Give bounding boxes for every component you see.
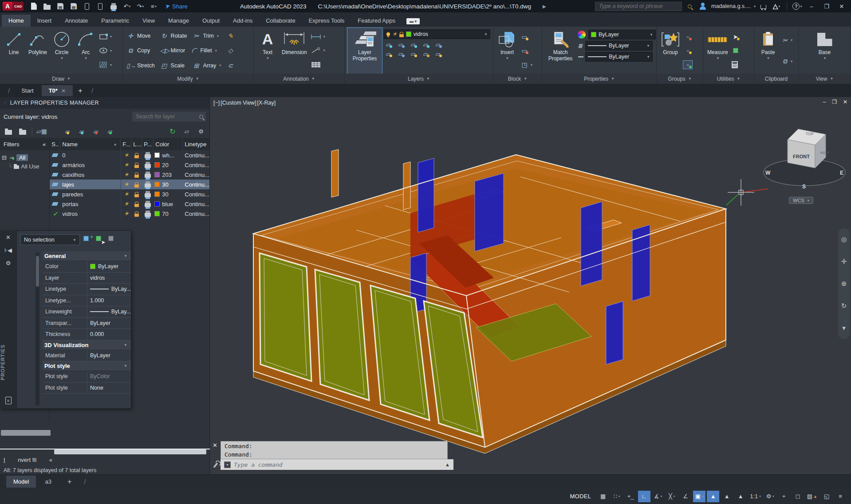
chevron-down-icon[interactable]: ▼ [484,32,488,36]
layer-row-current[interactable]: ✓ vidros ☀ 70 Continu... [50,209,209,219]
quick-calculator-button[interactable] [731,61,740,69]
tab-collaborate[interactable]: Collaborate [259,15,302,27]
chevron-down-icon[interactable]: ▼ [646,44,650,48]
unlock-icon[interactable] [134,175,139,178]
navbar-more-icon[interactable]: ▾ [842,324,846,332]
doc-restore-button[interactable]: ❐ [832,99,837,105]
hatch-button[interactable]: ▾ [98,61,112,68]
share-button[interactable]: ➤ Share [165,3,187,10]
layer-make-current-tool[interactable]: ▱ [433,40,442,48]
ungroup-button[interactable]: ▫ [683,33,692,41]
app-store-button[interactable] [757,1,769,12]
col-freeze[interactable]: F... [121,138,131,150]
prop-row-color[interactable]: Color ByLayer [43,261,131,273]
chevron-down-icon[interactable]: ▾ [142,4,144,8]
isodraft-toggle[interactable]: ╳▾ [666,491,678,502]
window-restore-button[interactable]: ❐ [820,0,833,12]
tab-add-ins[interactable]: Add-ins [226,15,259,27]
layer-thaw-tool[interactable]: ▱ [409,50,418,58]
section-3d-visualization[interactable]: 3D Visualization ▼ [43,340,131,350]
rotate-button[interactable]: ↻Rotate [160,32,187,39]
chevron-down-icon[interactable]: ▼ [716,56,720,60]
base-button[interactable]: Base ▼ [814,28,836,74]
text-button[interactable]: A Text ▼ [256,28,279,74]
autodesk-access-button[interactable]: △▾ [771,1,782,12]
panel-label-utilities[interactable]: Utilities▼ [703,74,754,84]
full-navigation-wheel-icon[interactable]: ◎ [841,235,847,243]
tab-annotate[interactable]: Annotate [58,15,95,27]
array-button[interactable]: ⊞Array▾ [192,62,221,69]
clean-screen-button[interactable]: ◱ [820,491,833,502]
group-selection-toggle[interactable]: ▫ [683,61,692,69]
viewcube[interactable]: W S E TOP FRONT RIGHT [760,105,849,194]
col-name[interactable]: Name▲ [60,138,121,150]
panel-label-annotation[interactable]: Annotation▼ [254,74,344,84]
filters-scrollbar[interactable] [1,430,51,436]
plot-icon[interactable] [145,184,151,188]
panel-label-block[interactable]: Block▼ [493,74,542,84]
new-layer-button[interactable]: ▱ [63,126,72,136]
title-arrow-icon[interactable]: ▶ [543,4,546,9]
tab-manage[interactable]: Manage [162,15,196,27]
unlock-icon[interactable] [134,184,139,188]
layer-color[interactable]: wh... [154,152,183,159]
mirror-button[interactable]: ◁▷Mirror [160,47,187,55]
measure-button[interactable]: Measure ▼ [706,28,729,74]
copy-clip-button[interactable]: ⧉▾ [781,58,792,65]
fillet-button[interactable]: Fillet▾ [192,47,221,55]
chevron-down-icon[interactable]: ▾ [110,35,112,39]
palette-scrollbar[interactable] [35,252,39,406]
annotation-visibility-toggle[interactable]: ▲ [707,491,719,502]
viewport-visual-style-control[interactable]: [X-Ray] [257,100,276,106]
dimension-button[interactable]: Dimension [280,28,308,74]
chevron-down-icon[interactable]: ▼ [84,56,88,60]
table-scrollbar[interactable] [54,449,206,454]
thaw-icon[interactable]: ☀ [124,201,129,207]
annotation-scale-sync-toggle[interactable]: ▲ [734,491,747,502]
prop-row-linetype-scale[interactable]: Linetype... 1.000 [43,295,131,307]
layer-freeze-tool[interactable]: ▱ [409,40,418,48]
chevron-down-icon[interactable]: ▼ [767,56,770,60]
thaw-icon[interactable]: ☀ [124,191,129,197]
isolate-objects-button[interactable]: ◻ [792,491,804,502]
tab-model[interactable]: Model [6,476,36,488]
chevron-down-icon[interactable]: ▾ [323,48,325,52]
tab-insert[interactable]: Insert [31,15,59,27]
plot-icon[interactable] [145,203,151,207]
layer-isolate-tool[interactable]: ▱ [396,40,405,48]
quick-select-button[interactable] [108,236,117,244]
paste-button[interactable]: Paste ▼ [757,28,779,74]
polar-tracking-toggle[interactable]: ∡▾ [652,491,664,502]
layer-states-manager-button[interactable]: ▱▦ [37,126,47,136]
circle-button[interactable]: Circle ▼ [51,28,73,74]
tab-view[interactable]: View [136,15,162,27]
collapse-icon[interactable]: « [49,457,52,463]
ribbon-display-toggle[interactable]: ▬ ▾ [406,18,420,24]
move-button[interactable]: ✛Move [126,32,155,39]
layer-color[interactable]: 203 [154,172,183,178]
filter-all-used[interactable]: └ All Use [8,162,47,171]
layer-on-tool[interactable]: ▱ [384,50,393,58]
select-similar-button[interactable] [731,47,740,55]
close-icon[interactable]: ✕ [6,234,11,241]
grid-display-toggle[interactable]: ▦ [597,491,609,502]
unlock-icon[interactable] [134,214,139,217]
create-block-button[interactable]: ▭ [520,33,532,41]
linear-dimension-button[interactable]: ▾ [310,34,325,40]
unlock-icon[interactable] [134,194,139,197]
chevron-down-icon[interactable]: ▾ [619,495,620,498]
selection-dropdown[interactable]: No selection ▼ [20,234,80,245]
ortho-mode-toggle[interactable]: ∟ [638,491,650,502]
chevron-down-icon[interactable]: ▾ [702,495,704,498]
layer-row-selected[interactable]: lajes ☀ 30 Continu... [50,180,209,189]
redo-button[interactable]: ↷▾ [134,1,146,12]
lineweight-dropdown[interactable]: ByLayer ▼ [585,41,653,51]
chevron-down-icon[interactable]: ▾ [323,35,325,39]
customize-wrench-icon[interactable] [213,462,218,468]
section-plot-style[interactable]: Plot style ▼ [43,361,131,371]
chevron-down-icon[interactable]: ▾ [674,495,675,498]
explode-button[interactable]: ◇ [226,47,234,55]
notebook-icon[interactable]: ≡ [5,397,12,404]
drawing-viewport[interactable]: [−] [Custom View] [X-Ray] – ❐ ✕ [210,97,851,474]
palette-settings-icon[interactable]: ⚙ [6,260,11,266]
